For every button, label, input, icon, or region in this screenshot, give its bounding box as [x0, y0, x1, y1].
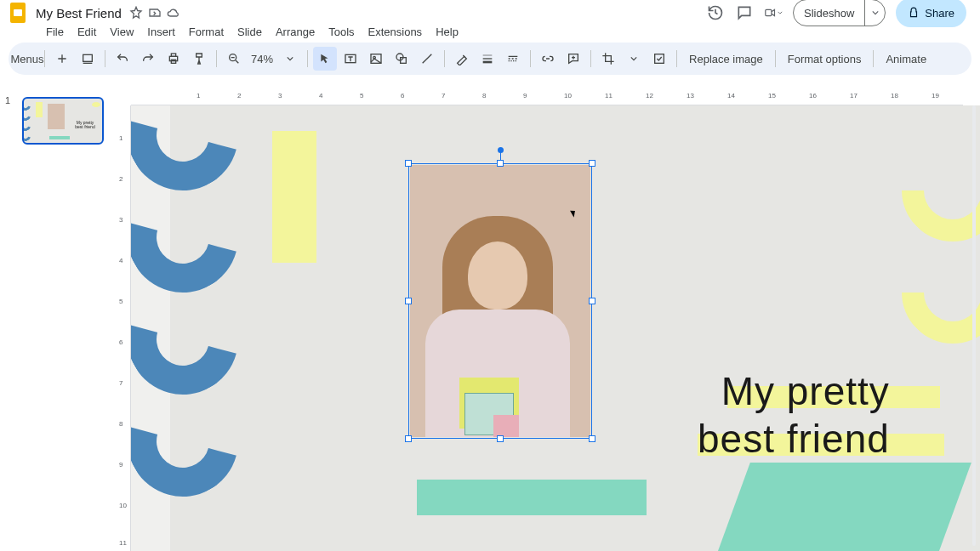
animate-button[interactable]: Animate	[879, 53, 933, 65]
document-title[interactable]: My Best Friend	[36, 6, 122, 20]
vertical-ruler[interactable]: 1 2 3 4 5 6 7 8 9 10 11	[114, 105, 131, 551]
horizontal-ruler[interactable]: 1 2 3 4 5 6 7 8 9 10 11 12 13 14 15 16 1…	[131, 90, 963, 105]
move-icon[interactable]	[147, 5, 162, 20]
crop-button[interactable]	[596, 47, 620, 71]
resize-handle-e[interactable]	[589, 298, 595, 304]
top-right-actions: Slideshow Share	[706, 0, 973, 27]
svg-rect-4	[83, 54, 93, 61]
menu-slide[interactable]: Slide	[232, 24, 267, 40]
paint-format-button[interactable]	[187, 47, 211, 71]
menu-view[interactable]: View	[105, 24, 139, 40]
canvas-area: 1 2 3 4 5 6 7 8 9 10 11 12 13 14 15 16 1…	[114, 90, 980, 551]
redo-button[interactable]	[136, 47, 160, 71]
comments-icon[interactable]	[735, 3, 754, 22]
line-tool[interactable]	[415, 47, 439, 71]
star-icon[interactable]	[128, 5, 144, 20]
replace-image-button[interactable]: Replace image	[682, 53, 770, 65]
meet-icon[interactable]	[764, 3, 783, 22]
resize-handle-nw[interactable]	[405, 160, 412, 167]
resize-handle-w[interactable]	[405, 298, 412, 304]
resize-handle-ne[interactable]	[589, 160, 595, 167]
decorative-rectangle[interactable]	[272, 131, 316, 263]
svg-rect-7	[171, 60, 175, 63]
menu-extensions[interactable]: Extensions	[363, 24, 428, 40]
vertical-scrollbar[interactable]	[970, 105, 978, 546]
decorative-arc[interactable]	[880, 118, 980, 263]
slide-1[interactable]: My pretty best friend	[170, 105, 980, 551]
resize-handle-sw[interactable]	[405, 435, 412, 442]
select-tool[interactable]	[313, 47, 337, 71]
menu-arrange[interactable]: Arrange	[271, 24, 320, 40]
rotation-handle[interactable]	[498, 147, 504, 153]
border-color-button[interactable]	[450, 47, 474, 71]
resize-handle-n[interactable]	[497, 160, 504, 167]
lock-icon	[908, 7, 920, 19]
slideshow-label: Slideshow	[794, 7, 864, 20]
title-bar: My Best Friend Slideshow Share	[0, 0, 980, 22]
print-button[interactable]	[162, 47, 185, 71]
slideshow-dropdown[interactable]	[864, 0, 885, 26]
resize-handle-se[interactable]	[589, 435, 595, 442]
resize-handle-s[interactable]	[497, 435, 504, 442]
selection-box[interactable]	[408, 163, 592, 439]
comment-button[interactable]	[561, 47, 585, 71]
decorative-arc[interactable]	[880, 220, 980, 365]
format-options-button[interactable]: Format options	[781, 53, 869, 65]
share-button[interactable]: Share	[896, 0, 966, 27]
svg-rect-1	[14, 9, 22, 16]
share-label: Share	[925, 7, 954, 20]
image-tool[interactable]	[364, 47, 388, 71]
shape-tool[interactable]	[390, 47, 413, 71]
slide-thumbnail-1[interactable]: My prettybest friend	[22, 97, 104, 145]
border-weight-button[interactable]	[476, 47, 499, 71]
workspace: 1 My prettybest friend 1 2 3 4 5 6 7 8 9…	[0, 90, 980, 551]
slideshow-button[interactable]: Slideshow	[793, 0, 886, 26]
zoom-level[interactable]: 74%	[248, 53, 276, 65]
menu-tools[interactable]: Tools	[323, 24, 359, 40]
decorative-arc[interactable]	[131, 366, 259, 517]
history-icon[interactable]	[706, 3, 725, 22]
textbox-tool[interactable]	[339, 47, 362, 71]
svg-rect-14	[655, 54, 664, 64]
zoom-dropdown[interactable]	[278, 47, 302, 71]
svg-rect-6	[171, 54, 175, 56]
toolbar-container: Menus 74% Replace image Format op	[0, 43, 980, 80]
slide-number: 1	[5, 95, 10, 105]
zoom-out-button[interactable]	[222, 47, 246, 71]
cloud-status-icon[interactable]	[166, 5, 181, 20]
slides-app-icon[interactable]	[7, 2, 29, 24]
svg-rect-2	[766, 9, 772, 15]
menu-insert[interactable]: Insert	[142, 24, 180, 40]
decorative-parallelogram[interactable]	[713, 463, 971, 551]
slide-title-text[interactable]: My pretty best friend	[698, 367, 890, 463]
mask-button[interactable]	[622, 47, 646, 71]
search-menus[interactable]: Menus	[15, 47, 39, 71]
menu-file[interactable]: File	[41, 24, 69, 40]
new-slide-button[interactable]	[50, 47, 74, 71]
menu-format[interactable]: Format	[184, 24, 229, 40]
slide-canvas[interactable]: My pretty best friend	[131, 105, 980, 551]
decorative-rectangle[interactable]	[417, 480, 647, 515]
border-dash-button[interactable]	[501, 47, 525, 71]
filmstrip[interactable]: 1 My prettybest friend	[0, 90, 114, 551]
menu-edit[interactable]: Edit	[72, 24, 101, 40]
reset-image-button[interactable]	[647, 47, 671, 71]
menu-help[interactable]: Help	[430, 24, 464, 40]
undo-button[interactable]	[111, 47, 134, 71]
toolbar: Menus 74% Replace image Format op	[9, 43, 971, 75]
link-button[interactable]	[536, 47, 560, 71]
new-slide-dropdown[interactable]	[76, 47, 100, 71]
